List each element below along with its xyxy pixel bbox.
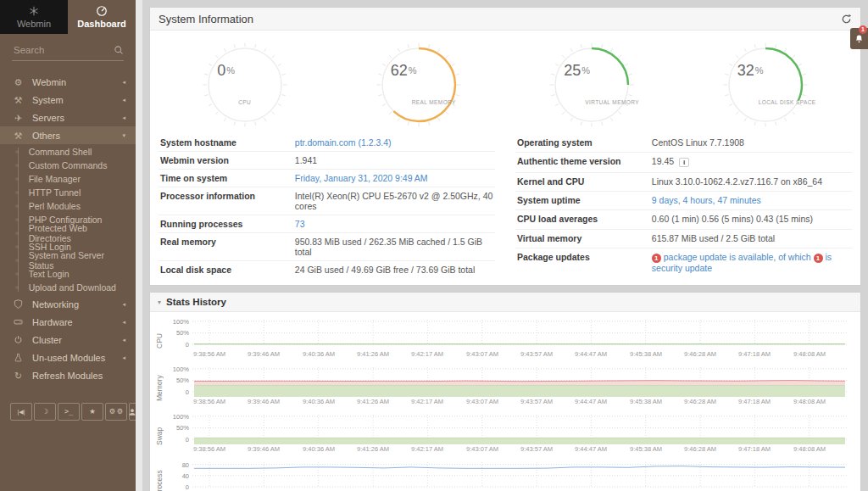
- sidebar-scrollbar-gutter[interactable]: [136, 0, 142, 491]
- gauge-label: CPU: [238, 99, 251, 105]
- sidebar-item-un-used-modules[interactable]: Un-used Modules◂: [0, 349, 136, 366]
- gauge-label: VIRTUAL MEMORY: [585, 99, 639, 105]
- bullet-icon: ○: [15, 217, 19, 222]
- sidebar-tabs: Webmin Dashboard: [0, 0, 136, 34]
- sidebar-item-system[interactable]: ⚒System◂: [0, 91, 136, 109]
- favorites-button[interactable]: ★: [81, 403, 103, 421]
- gauge-percent: 32%: [737, 62, 764, 80]
- table-row: Kernel and CPULinux 3.10.0-1062.4.2.vz7.…: [515, 172, 852, 191]
- sidebar-subitem-system-and-server-status[interactable]: ○System and Server Status: [0, 254, 136, 267]
- stats-history-title: Stats History: [166, 297, 226, 307]
- info-value[interactable]: 1 package update is available, of which …: [650, 248, 852, 278]
- sidebar-subitem-label: Upload and Download: [29, 282, 116, 293]
- tab-dashboard[interactable]: Dashboard: [68, 0, 136, 34]
- sidebar-subitem-custom-commands[interactable]: ○Custom Commands: [0, 159, 136, 172]
- sidebar-item-networking[interactable]: Networking◂: [0, 295, 136, 313]
- sidebar-subitem-protected-web-directories[interactable]: ○Protected Web Directories: [0, 226, 136, 240]
- info-value: Intel(R) Xeon(R) CPU E5-2670 v2 @ 2.50GH…: [293, 187, 495, 215]
- sidebar-subitem-label: HTTP Tunnel: [29, 187, 81, 198]
- collapse-sidebar-button[interactable]: |◀|: [10, 403, 32, 421]
- notification-bell-tab[interactable]: 1: [850, 28, 868, 49]
- caret-left-icon: ◂: [122, 97, 125, 103]
- sidebar-subitem-http-tunnel[interactable]: ○HTTP Tunnel: [0, 186, 136, 199]
- time-label: 9:43:07 AM: [466, 398, 498, 405]
- time-label: 9:40:36 AM: [303, 350, 335, 358]
- info-value[interactable]: 9 days, 4 hours, 47 minutes: [650, 191, 852, 209]
- gauge-real-memory: 62%REAL MEMORY: [376, 42, 461, 127]
- search-icon: [114, 45, 124, 55]
- info-value: 1.941: [293, 152, 495, 170]
- time-label: 9:43:07 AM: [466, 350, 498, 358]
- terminal-icon: >_: [64, 408, 73, 416]
- info-value[interactable]: ptr.domain.com (1.2.3.4): [293, 134, 495, 152]
- info-label: Real memory: [159, 233, 293, 261]
- drive-icon: [12, 317, 25, 326]
- time-label: 9:42:17 AM: [411, 445, 443, 453]
- sidebar-subitem-label: Protected Web Directories: [29, 223, 127, 243]
- chart-canvas: [192, 365, 847, 397]
- sidebar-item-label: Webmin: [32, 77, 66, 87]
- table-row: Package updates1 package update is avail…: [515, 248, 852, 278]
- sidebar-item-refresh-modules[interactable]: ↻Refresh Modules: [0, 366, 136, 384]
- time-label: 9:38:56 AM: [193, 445, 225, 453]
- caret-left-icon: ◂: [122, 354, 125, 361]
- info-label: Package updates: [515, 248, 650, 278]
- sidebar-item-webmin[interactable]: ⚙Webmin◂: [0, 73, 136, 91]
- table-row: Local disk space24 GiB used / 49.69 GiB …: [159, 261, 495, 279]
- tab-dashboard-label: Dashboard: [77, 19, 125, 29]
- sidebar-subitem-label: Perl Modules: [29, 201, 81, 211]
- power-icon: [12, 335, 25, 344]
- info-value[interactable]: 73: [293, 215, 495, 233]
- info-value[interactable]: Friday, January 31, 2020 9:49 AM: [293, 170, 495, 187]
- x-axis-labels: 9:38:56 AM9:39:46 AM9:40:36 AM9:41:26 AM…: [192, 444, 847, 455]
- stats-charts: CPU100%50%09:38:56 AM9:39:46 AM9:40:36 A…: [150, 312, 860, 491]
- skip-start-icon: |◀|: [17, 409, 25, 415]
- time-label: 9:45:38 AM: [630, 398, 662, 405]
- gauge-local-disk-space: 32%LOCAL DISK SPACE: [723, 42, 808, 127]
- chart-plot: 100%50%09:38:56 AM9:39:46 AM9:40:36 AM9:…: [167, 365, 847, 412]
- refresh-icon[interactable]: [841, 14, 852, 25]
- stats-chart-cpu: CPU100%50%09:38:56 AM9:39:46 AM9:40:36 A…: [155, 317, 855, 365]
- sidebar-item-hardware[interactable]: Hardware◂: [0, 313, 136, 331]
- bullet-icon: ○: [15, 204, 19, 209]
- time-label: 9:40:36 AM: [303, 398, 335, 405]
- caret-left-icon: ◂: [122, 114, 125, 121]
- time-label: 9:45:38 AM: [630, 445, 662, 453]
- collapse-icon[interactable]: ▾: [158, 299, 161, 306]
- info-label: Time on system: [159, 170, 293, 187]
- sidebar-subitem-file-manager[interactable]: ○File Manager: [0, 172, 136, 186]
- count-badge: 1: [814, 254, 823, 263]
- info-value: 19.45i: [650, 153, 852, 172]
- settings-button[interactable]: ⚙ ⚙: [105, 403, 127, 421]
- sidebar-item-others[interactable]: ⚒Others▾: [0, 126, 136, 144]
- bullet-icon: ○: [15, 176, 19, 181]
- info-tables: System hostnameptr.domain.com (1.2.3.4)W…: [159, 134, 852, 278]
- sidebar-item-servers[interactable]: ✈Servers◂: [0, 109, 136, 126]
- y-axis-label: 0: [167, 483, 189, 491]
- tab-webmin[interactable]: Webmin: [0, 0, 68, 34]
- time-label: 9:39:46 AM: [248, 445, 280, 453]
- info-value: 615.87 MiB used / 2.5 GiB total: [650, 229, 852, 248]
- theme-info-button[interactable]: i: [679, 158, 689, 167]
- sidebar-subitem-perl-modules[interactable]: ○Perl Modules: [0, 199, 136, 213]
- sidebar-subitem-upload-and-download[interactable]: ○Upload and Download: [0, 281, 136, 294]
- time-label: 9:40:36 AM: [303, 445, 335, 453]
- bullet-icon: ○: [15, 190, 19, 195]
- sidebar-subitem-label: Custom Commands: [29, 160, 108, 170]
- gauge-cell-real-memory: 62%REAL MEMORY: [332, 42, 506, 127]
- sidebar: Webmin Dashboard ⚙Webmin◂⚒System◂✈Server…: [0, 0, 136, 491]
- search-input[interactable]: [12, 44, 114, 56]
- gauge-cell-local-disk-space: 32%LOCAL DISK SPACE: [679, 42, 853, 127]
- y-axis-label: 80: [167, 461, 189, 469]
- time-label: 9:46:28 AM: [684, 398, 716, 405]
- page-title: System Information: [159, 13, 253, 25]
- terminal-button[interactable]: >_: [58, 403, 80, 421]
- sidebar-subitem-command-shell[interactable]: ○Command Shell: [0, 145, 136, 159]
- gauge-cpu: 0%CPU: [203, 42, 287, 127]
- sidebar-toolbar: |◀|☽>_★⚙ ⚙root: [0, 403, 136, 421]
- sidebar-item-cluster[interactable]: Cluster◂: [0, 331, 136, 349]
- night-mode-button[interactable]: ☽: [34, 403, 56, 421]
- app-window: Webmin Dashboard ⚙Webmin◂⚒System◂✈Server…: [0, 0, 868, 491]
- sidebar-item-label: System: [32, 95, 64, 105]
- submenu-others: ○Command Shell○Custom Commands○File Mana…: [0, 144, 136, 295]
